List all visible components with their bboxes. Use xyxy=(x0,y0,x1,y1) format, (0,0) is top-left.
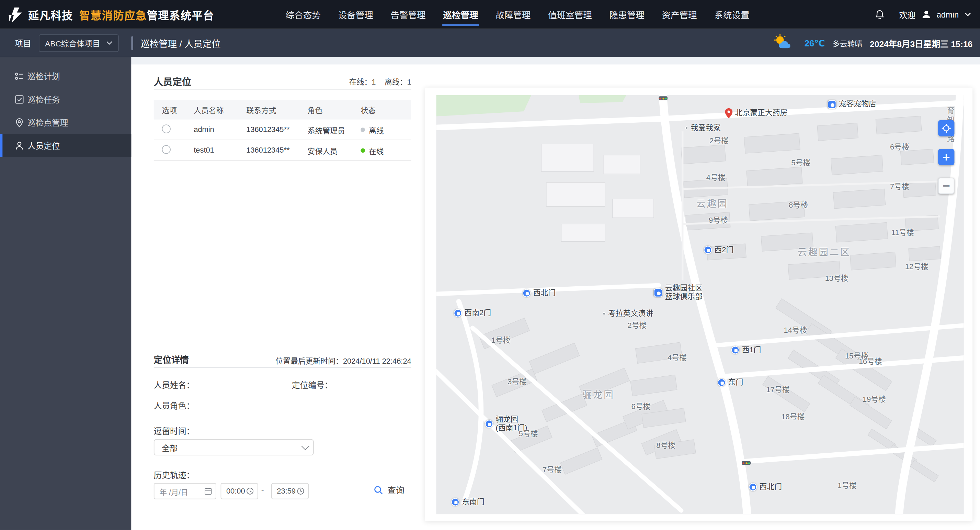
project-select[interactable]: ABC综合体项目 xyxy=(39,34,119,51)
zoom-in-button[interactable]: + xyxy=(938,149,954,165)
map-label-text: 9号楼 xyxy=(709,217,728,225)
sidebar-item-巡检点管理[interactable]: 巡检点管理 xyxy=(0,111,131,134)
map-label-text: 宠客宠物店 xyxy=(839,100,876,109)
map-label-text: 西南2门 xyxy=(464,309,491,318)
map-label: 2号楼 xyxy=(710,137,729,146)
sidebar-item-巡检计划[interactable]: 巡检计划 xyxy=(0,64,131,87)
map-label-text: 8号楼 xyxy=(789,201,808,210)
person-icon xyxy=(14,140,24,150)
nav-item-综合态势[interactable]: 综合态势 xyxy=(284,5,322,23)
sidebar-item-人员定位[interactable]: 人员定位 xyxy=(0,134,131,157)
column-header-角色: 角色 xyxy=(300,104,354,115)
topbar: 延凡科技 智慧消防应急 管理系统平台 综合态势设备管理告警管理巡检管理故障管理值… xyxy=(0,0,980,29)
temperature: 26℃ xyxy=(805,38,825,48)
map-label-text: 云趣园社区篮球俱乐部 xyxy=(665,284,703,301)
query-button[interactable]: 查询 xyxy=(374,484,404,496)
cell-phone: 136012345** xyxy=(246,125,300,134)
nav-item-设备管理[interactable]: 设备管理 xyxy=(337,5,374,23)
cell-status: 离线 xyxy=(354,124,411,135)
map-label-text: 5号楼 xyxy=(519,429,538,438)
map-label: 宠客宠物店 xyxy=(827,100,876,109)
map-label-text: 骊龙园 xyxy=(582,389,614,400)
row-radio[interactable] xyxy=(162,145,170,153)
locate-button[interactable] xyxy=(938,120,954,136)
map-label-text: 云趣园 xyxy=(696,198,728,209)
sidebar-item-label: 人员定位 xyxy=(27,140,60,152)
zoom-out-button[interactable]: − xyxy=(938,178,954,194)
nav-item-巡检管理[interactable]: 巡检管理 xyxy=(442,5,479,23)
map-label: 6号楼 xyxy=(631,403,651,412)
column-header-联系方式: 联系方式 xyxy=(246,104,300,115)
main-content: 人员定位 在线：1 离线：1 选项人员名称联系方式角色状态 admin13601… xyxy=(131,57,980,530)
poi-dot-icon xyxy=(685,126,688,129)
map-label-text: 5号楼 xyxy=(791,159,810,168)
map-label: 西1门 xyxy=(732,346,761,355)
poi-pin-icon xyxy=(725,108,732,118)
map-label-text: 云趣园二区 xyxy=(798,246,851,257)
traffic-light-icon xyxy=(659,96,667,100)
map-label-text: 4号楼 xyxy=(706,174,725,182)
map-label: 2号楼 xyxy=(627,322,647,330)
date-input[interactable]: 年 /月/日 xyxy=(154,483,216,499)
map[interactable]: 宠客宠物店北京蒙正大药房我爱我家2号楼6号楼5号楼4号楼7号楼云趣园8号楼9号楼… xyxy=(436,95,964,514)
time-end-input[interactable]: 23:59 xyxy=(271,483,309,499)
gate-icon xyxy=(453,309,462,318)
map-label: 4号楼 xyxy=(706,174,725,182)
nav-item-系统设置[interactable]: 系统设置 xyxy=(713,5,751,23)
map-label-text: 西2门 xyxy=(714,246,733,254)
nav-item-值班室管理[interactable]: 值班室管理 xyxy=(547,5,593,23)
map-label: 8号楼 xyxy=(656,442,675,450)
map-label-text: 6号楼 xyxy=(890,143,909,152)
table-row[interactable]: admin136012345**系统管理员离线 xyxy=(154,120,411,140)
breadcrumb: 巡检管理 / 人员定位 xyxy=(141,37,221,49)
project-select-value: ABC综合体项目 xyxy=(45,37,100,49)
map-label-text: 1号楼 xyxy=(837,482,857,490)
weather-icon xyxy=(772,34,797,52)
user-menu-chevron-icon[interactable] xyxy=(964,12,971,17)
breadcrumb-divider xyxy=(131,36,133,50)
map-label-text: 12号楼 xyxy=(905,263,929,271)
user-avatar-icon[interactable] xyxy=(921,9,931,19)
online-count: 在线：1 xyxy=(349,76,376,86)
map-label-text: 北京蒙正大药房 xyxy=(735,109,788,118)
brand: 延凡科技 智慧消防应急 管理系统平台 xyxy=(0,5,284,23)
map-label: 6号楼 xyxy=(890,143,909,152)
clock-icon xyxy=(297,487,305,495)
table-body: admin136012345**系统管理员离线test01136012345**… xyxy=(154,120,411,161)
poi-icon xyxy=(654,288,662,297)
map-label-text: 16号楼 xyxy=(859,358,882,366)
poi-dot-icon xyxy=(603,313,606,316)
sidebar-item-巡检任务[interactable]: 巡检任务 xyxy=(0,88,131,111)
nav-item-隐患管理[interactable]: 隐患管理 xyxy=(608,5,646,23)
subheader-right: 26℃ 多云转晴 2024年8月3日星期三 15:16 xyxy=(772,34,980,52)
nav-item-告警管理[interactable]: 告警管理 xyxy=(390,5,427,23)
sidebar-item-label: 巡检计划 xyxy=(27,70,60,82)
query-button-label: 查询 xyxy=(388,484,404,496)
map-label-text: 15号楼 xyxy=(845,352,869,361)
chevron-down-icon xyxy=(301,442,309,450)
cell-role: 安保人员 xyxy=(300,145,354,155)
time-range-dash: - xyxy=(261,485,264,495)
map-label: 17号楼 xyxy=(767,386,790,394)
notifications-icon[interactable] xyxy=(874,9,885,19)
map-label: 骊龙园 xyxy=(582,389,614,400)
map-label: 3号楼 xyxy=(508,378,527,386)
stay-time-select[interactable]: 全部 xyxy=(154,439,314,455)
map-label: 我爱我家 xyxy=(685,124,721,132)
datetime: 2024年8月3日星期三 15:16 xyxy=(870,37,972,49)
username[interactable]: admin xyxy=(937,10,959,19)
nav-item-资产管理[interactable]: 资产管理 xyxy=(661,5,698,23)
table-row[interactable]: test01136012345**安保人员在线 xyxy=(154,140,411,161)
app-logo-icon xyxy=(6,5,24,23)
traffic-light-icon xyxy=(742,461,751,465)
nav-item-故障管理[interactable]: 故障管理 xyxy=(495,5,532,23)
calendar-icon xyxy=(204,487,212,495)
row-radio[interactable] xyxy=(162,124,170,132)
sidebar-item-label: 巡检任务 xyxy=(27,93,60,105)
time-start-input[interactable]: 00:00 xyxy=(221,483,258,499)
map-label-text: 2号楼 xyxy=(710,137,729,146)
content-top-strip xyxy=(131,57,980,65)
map-label-text: 8号楼 xyxy=(656,442,675,450)
detail-title-row: 定位详情 位置最后更新时间：2024/10/11 22:46:24 xyxy=(154,355,411,368)
map-label-text: 11号楼 xyxy=(891,229,914,238)
